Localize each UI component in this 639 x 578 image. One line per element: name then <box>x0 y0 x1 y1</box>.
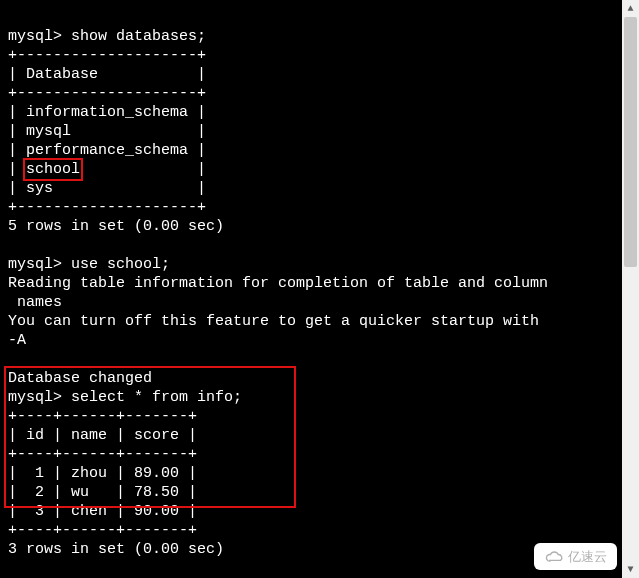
prompt: mysql> <box>8 28 62 45</box>
db-changed: Database changed <box>8 370 152 387</box>
db-row: | mysql | <box>8 123 206 140</box>
table-row: | 3 | chen | 90.00 | <box>8 503 197 520</box>
border: +----+------+-------+ <box>8 522 197 539</box>
db-row: | information_schema | <box>8 104 206 121</box>
db-row: | sys | <box>8 180 206 197</box>
db-row: | performance_schema | <box>8 142 206 159</box>
command-use-school: use school; <box>71 256 170 273</box>
border: +----+------+-------+ <box>8 446 197 463</box>
scrollbar[interactable]: ▲ ▼ <box>622 0 639 578</box>
command-select-info: select * from info; <box>71 389 242 406</box>
border: +--------------------+ <box>8 85 206 102</box>
cloud-icon <box>544 550 564 564</box>
db-row-school: school <box>26 161 80 178</box>
watermark-text: 亿速云 <box>568 547 607 566</box>
result-msg: 3 rows in set (0.00 sec) <box>8 541 224 558</box>
prompt: mysql> <box>8 256 62 273</box>
output-text: Reading table information for completion… <box>8 275 548 292</box>
output-text: -A <box>8 332 26 349</box>
result-msg: 5 rows in set (0.00 sec) <box>8 218 224 235</box>
output-text: You can turn off this feature to get a q… <box>8 313 548 330</box>
scroll-track[interactable] <box>622 17 639 561</box>
table-row: | 2 | wu | 78.50 | <box>8 484 197 501</box>
scroll-down-icon[interactable]: ▼ <box>622 561 639 578</box>
scroll-up-icon[interactable]: ▲ <box>622 0 639 17</box>
info-header: | id | name | score | <box>8 427 197 444</box>
border: +----+------+-------+ <box>8 408 197 425</box>
watermark: 亿速云 <box>534 543 617 570</box>
prompt: mysql> <box>8 389 62 406</box>
terminal-output[interactable]: mysql> show databases; +----------------… <box>0 0 639 578</box>
border: +--------------------+ <box>8 199 206 216</box>
db-header: | Database | <box>8 66 206 83</box>
output-text: names <box>8 294 62 311</box>
table-row: | 1 | zhou | 89.00 | <box>8 465 197 482</box>
scroll-thumb[interactable] <box>624 17 637 267</box>
command-show-databases: show databases; <box>71 28 206 45</box>
border: +--------------------+ <box>8 47 206 64</box>
